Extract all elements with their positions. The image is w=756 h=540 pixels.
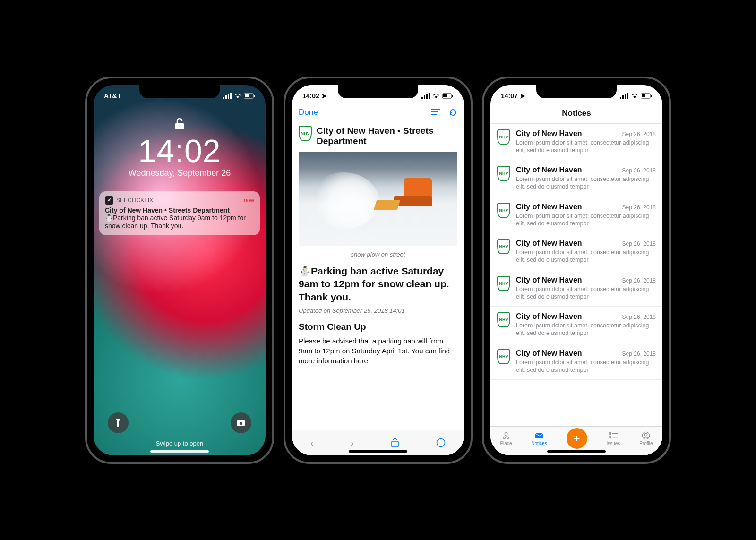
notice-body: Lorem ipsum dolor sit amet, consectetur … bbox=[516, 175, 656, 191]
home-indicator[interactable] bbox=[150, 450, 209, 453]
place-icon bbox=[502, 431, 510, 440]
notice-body: Lorem ipsum dolor sit amet, consectetur … bbox=[516, 322, 656, 337]
done-button[interactable]: Done bbox=[299, 108, 318, 117]
svg-rect-17 bbox=[452, 95, 453, 97]
svg-rect-30 bbox=[651, 95, 652, 97]
tab-profile-label: Profile bbox=[639, 441, 653, 446]
notification-app-icon: ✔︎ bbox=[105, 196, 113, 205]
swipe-up-hint: Swipe up to open bbox=[156, 440, 203, 447]
svg-point-32 bbox=[507, 437, 508, 438]
battery-icon bbox=[442, 93, 454, 99]
org-badge-icon: NHV bbox=[497, 166, 510, 181]
image-caption: snow plow on street bbox=[299, 246, 457, 265]
notice-date: Sep 26, 2018 bbox=[622, 277, 656, 284]
article-image bbox=[299, 152, 457, 246]
lockscreen-notification[interactable]: ✔︎ SEECLICKFIX now City of New Haven • S… bbox=[99, 191, 260, 235]
svg-rect-9 bbox=[239, 420, 241, 421]
article-subhead: Storm Clean Up bbox=[299, 322, 457, 336]
svg-rect-7 bbox=[175, 123, 184, 129]
svg-point-23 bbox=[437, 439, 445, 447]
svg-rect-3 bbox=[230, 93, 232, 99]
status-time: 14:07 ➤ bbox=[501, 92, 525, 100]
svg-point-31 bbox=[503, 437, 505, 438]
svg-rect-1 bbox=[225, 95, 227, 99]
notice-title: City of New Haven bbox=[516, 349, 582, 358]
svg-rect-16 bbox=[443, 94, 447, 97]
org-badge-icon: NHV bbox=[497, 276, 510, 291]
notice-row[interactable]: NHVCity of New HavenSep 26, 2018Lorem ip… bbox=[490, 343, 662, 380]
home-indicator[interactable] bbox=[349, 450, 407, 453]
list-icon[interactable] bbox=[431, 109, 440, 116]
notices-list[interactable]: NHVCity of New HavenSep 26, 2018Lorem ip… bbox=[490, 124, 662, 426]
refresh-icon[interactable] bbox=[449, 108, 457, 117]
signal-icon bbox=[223, 93, 232, 99]
notice-row[interactable]: NHVCity of New HavenSep 26, 2018Lorem ip… bbox=[490, 307, 662, 343]
org-badge-icon: NHV bbox=[497, 239, 510, 254]
tab-place-label: Place bbox=[500, 441, 512, 446]
svg-point-10 bbox=[240, 421, 242, 424]
notice-row[interactable]: NHVCity of New HavenSep 26, 2018Lorem ip… bbox=[490, 233, 662, 270]
page-title: Notices bbox=[490, 104, 662, 124]
wifi-icon bbox=[432, 93, 440, 99]
notice-date: Sep 26, 2018 bbox=[622, 204, 656, 211]
tab-issues[interactable]: Issues bbox=[606, 431, 620, 446]
back-icon[interactable]: ‹ bbox=[310, 437, 314, 448]
envelope-icon bbox=[535, 431, 543, 440]
article-updated: Updated on September 26, 2018 14:01 bbox=[299, 303, 457, 322]
notice-row[interactable]: NHVCity of New HavenSep 26, 2018Lorem ip… bbox=[490, 270, 662, 307]
tab-profile[interactable]: Profile bbox=[639, 431, 653, 446]
notice-title: City of New Haven bbox=[516, 239, 582, 248]
notice-body: Lorem ipsum dolor sit amet, consectetur … bbox=[516, 285, 656, 301]
battery-icon bbox=[641, 93, 652, 99]
notification-title: City of New Haven • Streets Department bbox=[105, 206, 254, 214]
unlock-icon bbox=[174, 117, 185, 130]
flashlight-button[interactable] bbox=[108, 412, 129, 433]
notice-title: City of New Haven bbox=[516, 276, 582, 284]
org-badge-icon: NHV bbox=[497, 203, 510, 218]
svg-rect-5 bbox=[245, 94, 249, 97]
svg-rect-12 bbox=[424, 95, 425, 99]
svg-rect-29 bbox=[642, 94, 645, 97]
svg-rect-14 bbox=[429, 93, 430, 99]
device-notch bbox=[536, 85, 617, 98]
notification-time: now bbox=[244, 197, 254, 204]
device-notch bbox=[338, 85, 418, 98]
org-title: City of New Haven • Streets Department bbox=[317, 126, 457, 147]
phone-lockscreen: AT&T 14:02 Wednesday, September 26 bbox=[85, 77, 274, 464]
notice-date: Sep 26, 2018 bbox=[622, 167, 656, 174]
lock-date: Wednesday, September 26 bbox=[129, 168, 231, 178]
lock-time: 14:02 bbox=[138, 132, 221, 169]
notice-title: City of New Haven bbox=[516, 203, 582, 211]
notice-row[interactable]: NHVCity of New HavenSep 26, 2018Lorem ip… bbox=[490, 197, 662, 234]
home-indicator[interactable] bbox=[547, 450, 606, 453]
notice-date: Sep 26, 2018 bbox=[622, 131, 656, 137]
camera-button[interactable] bbox=[231, 412, 251, 433]
phone-article: 14:02 ➤ Done NHV City of New Haven • Str… bbox=[284, 77, 472, 464]
svg-rect-13 bbox=[426, 94, 428, 99]
device-notch bbox=[139, 85, 220, 98]
safari-icon[interactable] bbox=[436, 438, 446, 447]
svg-rect-27 bbox=[627, 93, 628, 99]
battery-icon bbox=[244, 93, 255, 99]
notice-row[interactable]: NHVCity of New HavenSep 26, 2018Lorem ip… bbox=[490, 160, 662, 197]
forward-icon[interactable]: › bbox=[351, 437, 354, 448]
tab-place[interactable]: Place bbox=[500, 431, 512, 446]
wifi-icon bbox=[234, 93, 241, 99]
notice-row[interactable]: NHVCity of New HavenSep 26, 2018Lorem ip… bbox=[490, 124, 662, 161]
tab-issues-label: Issues bbox=[606, 441, 620, 446]
tab-add-button[interactable]: + bbox=[567, 428, 587, 449]
notice-body: Lorem ipsum dolor sit amet, consectetur … bbox=[516, 212, 656, 228]
wifi-icon bbox=[631, 93, 638, 99]
share-icon[interactable] bbox=[391, 437, 399, 448]
org-badge-icon: NHV bbox=[497, 312, 510, 327]
svg-rect-0 bbox=[223, 97, 224, 99]
org-badge-icon: NHV bbox=[497, 129, 510, 145]
location-icon: ➤ bbox=[520, 92, 525, 100]
issues-icon bbox=[609, 431, 618, 440]
carrier-label: AT&T bbox=[104, 92, 121, 100]
tab-notices-label: Notices bbox=[531, 441, 547, 446]
tab-notices[interactable]: Notices bbox=[531, 431, 547, 446]
signal-icon bbox=[421, 93, 430, 99]
svg-rect-26 bbox=[625, 94, 626, 99]
notice-title: City of New Haven bbox=[516, 129, 582, 138]
